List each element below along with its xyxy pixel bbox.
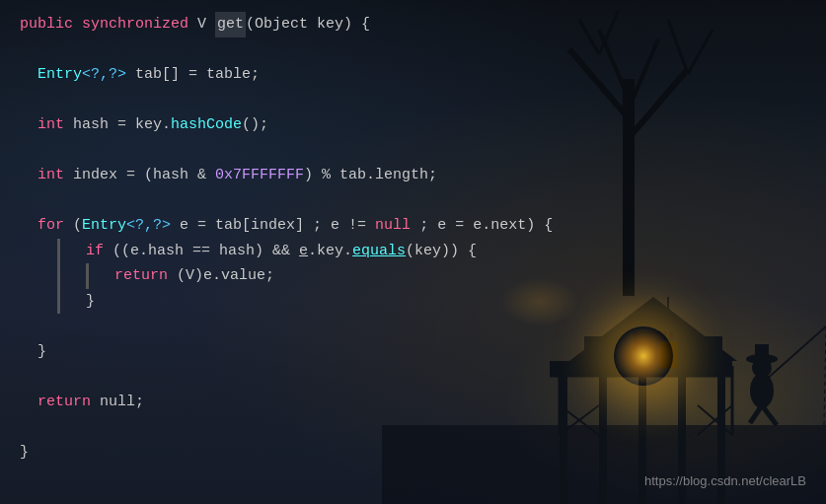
vbar-for [57, 239, 60, 315]
keyword-for: for [38, 213, 64, 239]
keyword-synchronized: synchronized [82, 12, 188, 37]
keyword-int-2: int [38, 163, 64, 188]
code-line-blank1 [20, 37, 806, 63]
code-line-blank7 [20, 414, 806, 440]
code-line-if: if ((e.hash == hash) && e .key. equals (… [68, 239, 806, 264]
keyword-if: if [86, 239, 104, 264]
method-hashcode: hashCode [171, 112, 242, 138]
for-inner: if ((e.hash == hash) && e .key. equals (… [68, 239, 806, 315]
keyword-null: null [375, 213, 411, 239]
generic-params: <?,?> [82, 62, 126, 88]
method-equals: equals [352, 239, 406, 264]
code-line-return-null: return null; [20, 390, 806, 415]
keyword-return: return [114, 263, 168, 289]
code-line-blank4 [20, 188, 806, 214]
code-line-blank6 [20, 364, 806, 390]
code-line-close-method: } [20, 440, 806, 466]
code-line-blank5 [20, 314, 806, 339]
code-container: public synchronized V get (Object key) {… [0, 0, 826, 504]
keyword-public: public [20, 12, 73, 37]
code-line-return: return (V)e.value; [97, 263, 806, 289]
type-entry: Entry [38, 62, 82, 88]
if-inner: return (V)e.value; [97, 263, 806, 289]
watermark: https://blog.csdn.net/clearLB [644, 470, 806, 492]
code-line-hash: int hash = key. hashCode (); [20, 112, 806, 138]
code-line-close-if: } [68, 289, 806, 315]
for-block: if ((e.hash == hash) && e .key. equals (… [20, 239, 806, 315]
hex-value: 0x7FFFFFFF [215, 163, 304, 188]
code-line-for: for ( Entry <?,?> e = tab[index] ; e != … [20, 213, 806, 239]
vbar-if [86, 263, 89, 289]
keyword-return-2: return [38, 390, 91, 415]
method-get: get [215, 12, 246, 37]
code-line-index: int index = (hash & 0x7FFFFFFF ) % tab.l… [20, 163, 806, 188]
code-line-entry: Entry <?,?> tab[] = table; [20, 62, 806, 88]
code-line-1: public synchronized V get (Object key) { [20, 12, 806, 37]
if-block: return (V)e.value; [68, 263, 806, 289]
keyword-int-1: int [38, 112, 64, 138]
var-e-underline: e [299, 239, 308, 264]
code-line-blank2 [20, 88, 806, 113]
code-line-blank3 [20, 138, 806, 164]
code-line-close-for: } [20, 339, 806, 365]
type-entry-2: Entry [82, 213, 126, 239]
generic-params-2: <?,?> [126, 213, 171, 239]
